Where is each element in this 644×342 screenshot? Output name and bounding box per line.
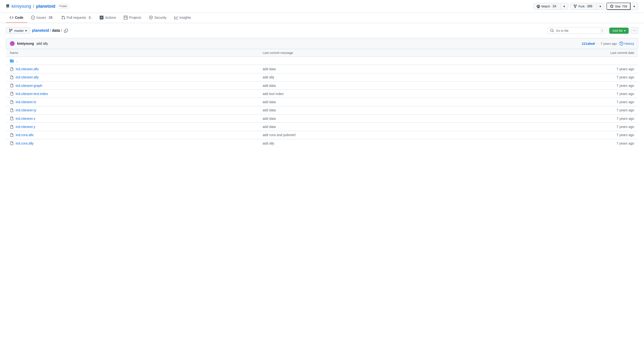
commit-msg-cell: add data [259,65,512,73]
fork-group: Fork 289 ▾ [570,3,604,10]
file-link[interactable]: ind.citeseer.graph [16,84,42,87]
file-name-cell: ind.citeseer.test.index [6,90,259,98]
tab-projects-label: Projects [129,16,141,19]
commit-date: 7 years ago [601,42,617,45]
table-row: ind.citeseer.test.indexadd test index7 y… [6,90,638,98]
fork-count: 289 [586,4,594,8]
file-path-right: Go to file t Add file ▾ ··· [547,27,638,34]
table-row: .. [6,57,638,65]
file-icon [10,83,14,87]
table-row: ind.citeseer.graphadd data7 years ago [6,81,638,89]
add-file-button[interactable]: Add file ▾ [609,27,628,34]
commit-msg-cell: add cora and pubmed [259,131,512,139]
commit-msg-cell: add data [259,106,512,114]
tab-issues-label: Issues [36,16,46,19]
branch-name: master [14,29,24,32]
file-icon [10,116,14,120]
security-icon [149,16,153,19]
file-name-cell: ind.citeseer.graph [6,81,259,89]
history-icon [620,42,623,45]
issues-badge: 15 [48,16,54,19]
fork-icon [573,4,577,8]
tab-code-label: Code [15,16,23,19]
file-link[interactable]: ind.cora.ally [16,141,34,145]
star-button[interactable]: Star 759 [606,3,630,10]
file-link[interactable]: ind.citeseer.x [16,117,36,120]
tab-issues[interactable]: Issues 15 [27,13,58,23]
top-header: kimiyoung / planetoid Public Watch 24 ▾ … [0,0,644,13]
search-file-input[interactable]: Go to file t [547,27,607,34]
table-row: ind.citeseer.txadd data7 years ago [6,98,638,106]
file-link[interactable]: ind.citeseer.ty [16,108,36,112]
commit-msg-cell [259,57,512,65]
file-name-cell: ind.citeseer.x [6,114,259,123]
fork-dropdown[interactable]: ▾ [596,3,604,9]
breadcrumb-repo[interactable]: planetoid [32,28,49,33]
pr-badge: 1 [88,16,92,19]
add-file-label: Add file [612,29,622,32]
table-row: ind.citeseer.allyadd ally7 years ago [6,73,638,81]
history-link[interactable]: History [620,42,634,45]
tab-code[interactable]: Code [6,13,27,23]
commit-date-cell: 7 years ago [512,73,638,81]
file-path-left: master ▾ planetoid / data / [6,27,68,34]
tab-insights[interactable]: Insights [170,13,195,23]
commit-date-cell: 7 years ago [512,90,638,98]
file-name-cell: .. [6,57,259,65]
file-link[interactable]: ind.cora.allx [16,133,34,137]
projects-icon [124,16,128,19]
commit-hash[interactable]: 221ebe0 [582,42,595,45]
table-row: ind.cora.allxadd cora and pubmed7 years … [6,131,638,139]
tab-security-label: Security [154,16,166,19]
branch-selector[interactable]: master ▾ [6,27,30,34]
file-name-cell: ind.cora.ally [6,139,259,147]
search-file-placeholder: Go to file [556,29,568,32]
tab-actions[interactable]: Actions [96,13,120,23]
more-options-button[interactable]: ··· [631,27,638,34]
commit-msg-cell: add data [259,114,512,123]
pr-icon [61,16,65,19]
file-link[interactable]: ind.citeseer.y [16,125,36,129]
copy-icon [64,29,68,33]
author-avatar [10,41,15,46]
copy-path-button[interactable] [64,28,68,32]
file-link[interactable]: ind.citeseer.allx [16,67,39,71]
table-row: ind.cora.allyadd ally7 years ago [6,139,638,147]
eye-icon [536,4,540,8]
content-area: master ▾ planetoid / data / Go to file [0,23,644,151]
file-icon [10,125,14,129]
watch-button[interactable]: Watch 24 [534,3,561,9]
star-dropdown[interactable]: ▾ [630,3,638,10]
star-count: 759 [622,4,627,8]
tab-pr-label: Pull requests [67,16,86,19]
file-link[interactable]: ind.citeseer.test.index [16,92,48,96]
tab-pull-requests[interactable]: Pull requests 1 [58,13,96,23]
breadcrumb-sep1: / [50,28,51,33]
star-icon [610,4,614,8]
table-row: ind.citeseer.allxadd data7 years ago [6,65,638,73]
breadcrumb-sep2: / [61,28,62,33]
commit-msg-cell: add data [259,98,512,106]
watch-dropdown[interactable]: ▾ [560,3,568,9]
file-icon [10,67,14,71]
tab-security[interactable]: Security [145,13,170,23]
commit-msg-cell: add data [259,81,512,89]
folder-up-icon [10,59,14,63]
commit-date-cell [512,57,638,65]
file-link[interactable]: ind.citeseer.ally [16,75,39,79]
repo-icon [6,4,10,8]
repo-title: kimiyoung / planetoid Public [6,4,70,9]
repo-owner[interactable]: kimiyoung [12,4,31,9]
commit-author[interactable]: kimiyoung [17,42,34,45]
search-icon [550,29,554,32]
file-icon [10,92,14,96]
watch-count: 24 [551,4,557,8]
file-link[interactable]: .. [16,59,18,63]
commit-msg-cell: add ally [259,73,512,81]
repo-name[interactable]: planetoid [36,4,55,9]
file-path-row: master ▾ planetoid / data / Go to file [6,27,638,34]
insights-icon [174,16,178,19]
tab-projects[interactable]: Projects [120,13,145,23]
file-link[interactable]: ind.citeseer.tx [16,100,36,104]
fork-button[interactable]: Fork 289 [570,3,596,9]
